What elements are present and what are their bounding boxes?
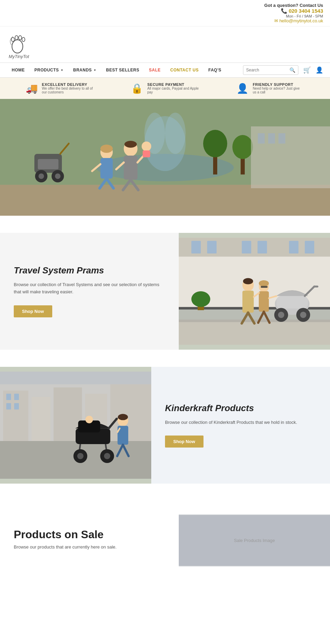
- svg-rect-49: [305, 241, 315, 253]
- feature-support: 👤 FRIENDLY SUPPORT Need help or advice? …: [236, 82, 304, 94]
- svg-rect-87: [6, 403, 11, 409]
- kinderkraft-image: [0, 367, 151, 484]
- svg-point-3: [19, 36, 22, 40]
- nav-contact[interactable]: CONTACT US: [165, 63, 204, 77]
- svg-point-54: [191, 291, 210, 307]
- travel-prams-scene: [179, 233, 330, 350]
- promo-travel-prams: Travel System Prams Browse our collectio…: [0, 233, 330, 350]
- kinderkraft-text: Kinderkraft Products Browse our collecti…: [151, 367, 330, 484]
- sale-image: Sale Products Image: [179, 515, 330, 566]
- svg-point-95: [77, 453, 84, 459]
- svg-rect-56: [276, 296, 308, 309]
- account-icon[interactable]: 👤: [316, 66, 323, 74]
- svg-point-1: [11, 37, 14, 42]
- delivery-icon: 🚚: [26, 83, 38, 94]
- svg-point-2: [15, 36, 18, 40]
- svg-rect-46: [242, 241, 251, 253]
- svg-rect-69: [261, 286, 267, 288]
- svg-rect-71: [242, 291, 254, 313]
- travel-prams-image: [179, 233, 330, 350]
- delivery-title: EXCELLENT DELIVERY: [42, 82, 94, 87]
- feature-payment: 🔒 SECURE PAYMENT All major cards, Paypal…: [131, 82, 199, 94]
- svg-rect-86: [14, 394, 19, 400]
- kinderkraft-scene: [0, 367, 151, 484]
- svg-rect-88: [14, 403, 19, 409]
- payment-title: SECURE PAYMENT: [147, 82, 199, 87]
- svg-rect-31: [143, 150, 150, 157]
- search-input[interactable]: [246, 68, 287, 72]
- header: MyTinyTot: [0, 26, 330, 63]
- support-title: FRIENDLY SUPPORT: [253, 82, 304, 87]
- travel-prams-desc: Browse our collection of Travel Systems …: [14, 281, 165, 296]
- question-text: Got a question? Contact Us: [264, 3, 323, 8]
- svg-point-14: [38, 173, 44, 179]
- svg-point-105: [118, 414, 128, 420]
- svg-rect-81: [32, 397, 51, 441]
- payment-icon: 🔒: [131, 83, 143, 94]
- navigation: HOME PRODUCTS▼ BRANDS▼ BEST SELLERS SALE…: [0, 63, 330, 78]
- svg-rect-48: [289, 241, 299, 253]
- svg-point-30: [142, 142, 151, 151]
- svg-rect-19: [100, 158, 113, 179]
- svg-point-97: [104, 453, 110, 459]
- svg-point-23: [100, 145, 113, 153]
- svg-point-99: [85, 416, 93, 423]
- phone-number[interactable]: 📞 020 3404 1543: [264, 8, 323, 14]
- svg-rect-40: [278, 133, 285, 144]
- svg-point-32: [124, 141, 137, 148]
- svg-rect-47: [257, 241, 267, 253]
- nav-sale[interactable]: SALE: [144, 63, 165, 77]
- promo-kinderkraft: Kinderkraft Products Browse our collecti…: [0, 367, 330, 484]
- svg-point-68: [259, 280, 269, 286]
- travel-prams-title: Travel System Prams: [14, 265, 165, 276]
- svg-rect-45: [207, 241, 217, 253]
- logo-icon: [7, 30, 31, 54]
- svg-rect-44: [191, 241, 201, 253]
- svg-rect-39: [268, 133, 275, 144]
- nav-brands[interactable]: BRANDS▼: [68, 63, 101, 77]
- svg-point-0: [12, 40, 23, 53]
- travel-prams-shop-now[interactable]: Shop Now: [14, 305, 52, 317]
- svg-point-36: [232, 135, 253, 159]
- nav-links: HOME PRODUCTS▼ BRANDS▼ BEST SELLERS SALE…: [7, 63, 243, 77]
- email-link[interactable]: ✉ hello@mytinytot.co.uk: [264, 18, 323, 23]
- nav-products[interactable]: PRODUCTS▼: [30, 63, 68, 77]
- svg-rect-85: [6, 394, 11, 400]
- section-gap-1: [0, 216, 330, 233]
- svg-point-75: [243, 278, 253, 284]
- nav-faqs[interactable]: FAQ'S: [204, 63, 226, 77]
- kinderkraft-desc: Browse our collection of Kinderkraft Pro…: [165, 419, 316, 426]
- svg-rect-25: [124, 156, 138, 180]
- delivery-desc: We offer the best delivery to all of our…: [42, 87, 94, 94]
- svg-point-4: [22, 37, 25, 42]
- sale-desc: Browse our products that are currently h…: [14, 544, 165, 550]
- sale-scene: Sale Products Image: [179, 515, 330, 566]
- svg-point-62: [300, 312, 306, 318]
- svg-point-9: [165, 113, 186, 154]
- products-dropdown-arrow: ▼: [60, 69, 63, 72]
- brands-dropdown-arrow: ▼: [94, 69, 96, 72]
- contact-info: Got a question? Contact Us 📞 020 3404 15…: [264, 3, 323, 23]
- svg-rect-12: [38, 159, 58, 169]
- cart-icon[interactable]: 🛒: [303, 66, 311, 74]
- logo-text: MyTinyTot: [9, 54, 29, 59]
- svg-text:Sale Products Image: Sale Products Image: [234, 538, 275, 543]
- feature-delivery: 🚚 EXCELLENT DELIVERY We offer the best d…: [26, 82, 94, 94]
- svg-rect-84: [110, 384, 151, 441]
- sale-title: Products on Sale: [14, 528, 165, 541]
- search-box[interactable]: 🔍: [243, 65, 298, 75]
- logo[interactable]: MyTinyTot: [7, 30, 31, 59]
- nav-home[interactable]: HOME: [7, 63, 30, 77]
- kinderkraft-shop-now[interactable]: Shop Now: [165, 436, 204, 448]
- support-icon: 👤: [236, 83, 249, 94]
- nav-bestsellers[interactable]: BEST SELLERS: [101, 63, 144, 77]
- section-gap-3: [0, 484, 330, 501]
- svg-rect-38: [258, 133, 265, 144]
- travel-prams-text: Travel System Prams Browse our collectio…: [0, 233, 179, 350]
- top-bar: Got a question? Contact Us 📞 020 3404 15…: [0, 0, 330, 26]
- hours-text: Mon - Fri / 9AM - 5PM: [264, 14, 323, 18]
- hero-banner: [0, 99, 330, 216]
- kinderkraft-title: Kinderkraft Products: [165, 403, 316, 414]
- features-bar: 🚚 EXCELLENT DELIVERY We offer the best d…: [0, 78, 330, 99]
- section-gap-2: [0, 350, 330, 367]
